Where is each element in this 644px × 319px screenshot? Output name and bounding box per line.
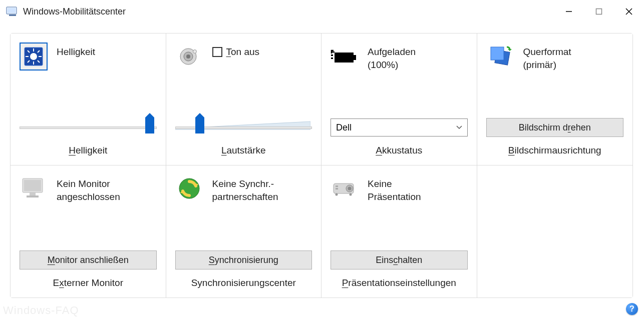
svg-rect-23 [354, 55, 356, 60]
svg-rect-22 [335, 52, 354, 62]
tile-empty [477, 166, 633, 298]
brightness-status: Helligkeit [57, 42, 95, 58]
mute-label: Ton aus [226, 46, 260, 58]
tile-battery: Aufgeladen (100%) Dell Akkustatus [321, 34, 477, 166]
tile-orientation: Querformat (primär) Bildschirm drehen Bi… [477, 34, 633, 166]
monitor-caption: Externer Monitor [20, 278, 157, 292]
tile-volume: Ton aus Lautstärke [166, 34, 322, 166]
svg-point-41 [336, 194, 338, 196]
svg-rect-31 [30, 192, 36, 196]
checkbox-box [212, 47, 222, 57]
rotate-screen-icon [486, 42, 514, 70]
svg-rect-4 [596, 9, 602, 14]
sync-button[interactable]: Synchronisierung [175, 250, 312, 270]
volume-slider[interactable] [175, 120, 312, 134]
orientation-caption: Bildschirmausrichtung [486, 145, 624, 159]
close-button[interactable] [614, 0, 644, 23]
connect-monitor-button[interactable]: Monitor anschließen [20, 250, 157, 270]
chevron-down-icon [456, 124, 462, 131]
brightness-caption: Helligkeit [20, 145, 157, 159]
orientation-status: Querformat (primär) [523, 42, 571, 71]
svg-point-20 [193, 50, 196, 54]
svg-point-19 [186, 54, 190, 58]
window-title: Windows-Mobilitätscenter [23, 6, 126, 17]
presentation-status: Keine Präsentation [368, 174, 421, 203]
battery-status: Aufgeladen (100%) [368, 42, 416, 71]
volume-caption: Lautstärke [175, 145, 312, 159]
sync-caption: Synchronisierungscenter [175, 278, 312, 292]
mute-checkbox[interactable]: Ton aus [212, 46, 260, 58]
rotate-button[interactable]: Bildschirm drehen [486, 118, 624, 137]
svg-rect-2 [9, 14, 16, 16]
monitor-status: Kein Monitor angeschlossen [57, 174, 120, 203]
power-plan-select[interactable]: Dell [331, 118, 468, 136]
help-button[interactable]: ? [626, 303, 638, 315]
svg-rect-40 [336, 188, 338, 190]
battery-icon [331, 42, 359, 70]
sync-icon [175, 174, 203, 202]
tile-monitor: Kein Monitor angeschlossen Monitor ansch… [11, 166, 166, 298]
tile-presentation: Keine Präsentation Einschalten Präsentat… [321, 166, 477, 298]
svg-point-8 [30, 53, 37, 60]
watermark: Windows-FAQ [3, 304, 79, 317]
presentation-caption: Präsentationseinstellungen [331, 278, 468, 292]
sync-status: Keine Synchr.- partnerschaften [212, 174, 278, 203]
svg-marker-28 [508, 49, 512, 51]
svg-rect-32 [27, 196, 39, 198]
svg-rect-27 [491, 47, 504, 60]
svg-rect-24 [331, 54, 333, 56]
svg-point-38 [348, 187, 352, 190]
help-icon: ? [629, 304, 634, 314]
svg-rect-39 [336, 186, 338, 187]
tile-sync: Keine Synchr.- partnerschaften Synchroni… [166, 166, 322, 298]
svg-rect-1 [8, 8, 16, 13]
presentation-enable-button[interactable]: Einschalten [331, 250, 468, 270]
power-plan-selected: Dell [336, 122, 352, 133]
battery-caption: Akkustatus [331, 145, 468, 159]
tiles-grid: Helligkeit Helligkeit [10, 33, 633, 298]
maximize-button[interactable] [584, 0, 614, 23]
svg-rect-25 [331, 58, 333, 59]
projector-icon [331, 174, 359, 202]
minimize-button[interactable] [554, 0, 584, 23]
titlebar: Windows-Mobilitätscenter [0, 0, 644, 23]
svg-point-42 [350, 194, 352, 196]
speaker-icon [175, 42, 203, 70]
brightness-icon[interactable] [20, 42, 48, 70]
brightness-slider[interactable] [20, 120, 157, 134]
window-controls [554, 0, 644, 23]
monitor-icon [20, 174, 48, 202]
tile-brightness: Helligkeit Helligkeit [11, 34, 166, 166]
app-icon [6, 6, 18, 18]
svg-rect-30 [24, 180, 41, 191]
